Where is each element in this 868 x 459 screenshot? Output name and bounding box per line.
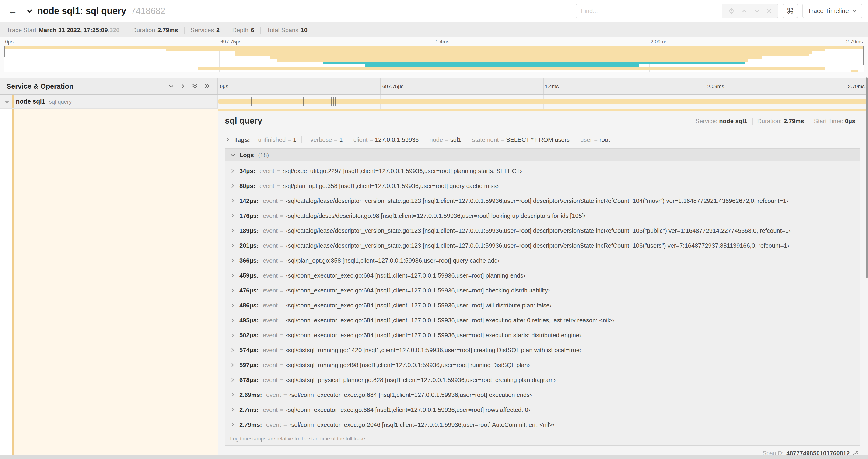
span-log-marker (325, 97, 325, 106)
log-field-key: event (263, 361, 278, 368)
tag-item[interactable]: statement=SELECT * FROM users (466, 136, 575, 143)
locate-icon[interactable] (728, 8, 735, 14)
tag-item[interactable]: _verbose=1 (302, 136, 348, 143)
find-prev-icon[interactable] (742, 8, 747, 14)
span-log-marker (226, 97, 226, 106)
trace-info-item: Trace StartMarch 31 2022, 17:25:09.326 (6, 26, 126, 33)
timeline-tick-label: 1.4ms (434, 39, 450, 44)
log-row[interactable]: 2.69ms: event = ‹sql/conn_executor_exec.… (225, 387, 860, 402)
detail-left-column (0, 109, 218, 455)
back-button[interactable]: ← (6, 4, 20, 18)
trace-info-item: Depth6 (226, 26, 260, 33)
chevron-right-icon (230, 422, 235, 427)
chevron-right-icon (230, 407, 235, 412)
span-name-cell[interactable]: node sql1 sql query (0, 95, 218, 109)
log-row[interactable]: 176μs: event = ‹sql/catalog/descs/descri… (225, 208, 860, 223)
tag-item[interactable]: user=root (575, 136, 615, 143)
log-field-key: event (263, 317, 278, 324)
chevron-right-icon (230, 258, 235, 263)
log-row[interactable]: 201μs: event = ‹sql/catalog/lease/descri… (225, 238, 860, 253)
log-row[interactable]: 2.7ms: event = ‹sql/conn_executor_exec.g… (225, 402, 860, 417)
log-timestamp: 142μs: (239, 197, 258, 204)
log-timestamp: 476μs: (239, 287, 258, 294)
trace-info-items: Trace StartMarch 31 2022, 17:25:09.326Du… (6, 26, 314, 33)
log-row[interactable]: 678μs: event = ‹sql/distsql_physical_pla… (225, 372, 860, 387)
log-row[interactable]: 34μs: event = ‹sql/exec_util.go:2297 [ns… (225, 163, 860, 178)
minimap-span-bar (270, 57, 762, 59)
trace-info-bar: Trace StartMarch 31 2022, 17:25:09.326Du… (0, 22, 868, 37)
log-row[interactable]: 2.79ms: event = ‹sql/conn_executor_exec.… (225, 417, 860, 432)
trace-page: ← node sql1: sql query 7418682 (0, 0, 868, 459)
timeline-tick-label: 2.09ms (706, 83, 724, 89)
trace-id: 7418682 (131, 6, 165, 16)
span-collapse-chevron-icon[interactable] (4, 99, 10, 104)
find-clear-icon[interactable] (767, 8, 772, 13)
log-row[interactable]: 142μs: event = ‹sql/catalog/lease/descri… (225, 193, 860, 208)
tag-item[interactable]: node=sql1 (424, 136, 467, 143)
top-bar-actions: ⌘ Trace Timeline (576, 4, 862, 18)
collapse-trace-chevron-icon[interactable] (26, 7, 33, 14)
vertical-scrollbar[interactable] (866, 77, 868, 278)
minimap-span-bar (323, 62, 745, 64)
log-row[interactable]: 486μs: event = ‹sql/conn_executor_exec.g… (225, 298, 860, 313)
logs-header[interactable]: Logs (18) (225, 149, 860, 161)
log-field-key: event (263, 257, 278, 264)
minimap-tick-labels: 0μs697.75μs1.4ms2.09ms2.79ms (4, 38, 864, 46)
deep-link-icon[interactable] (852, 450, 859, 455)
log-timestamp: 201μs: (239, 242, 258, 249)
chevron-right-icon (230, 273, 235, 278)
log-row[interactable]: 597μs: event = ‹sql/distsql_running.go:4… (225, 357, 860, 372)
top-bar: ← node sql1: sql query 7418682 (0, 0, 868, 22)
log-field-value: ‹sql/distsql_running.go:498 [nsql1,clien… (286, 361, 530, 368)
find-next-icon[interactable] (754, 8, 760, 14)
chevron-right-icon (230, 243, 235, 248)
span-log-marker (331, 97, 332, 106)
minimap-span-bar (365, 64, 639, 67)
chevron-right-icon (230, 318, 235, 323)
span-detail-panel: sql query Service: node sql1Duration: 2.… (218, 109, 868, 455)
keyboard-shortcuts-button[interactable]: ⌘ (783, 4, 798, 18)
log-timestamp: 34μs: (239, 167, 255, 174)
tag-item[interactable]: client=127.0.0.1:59936 (348, 136, 424, 143)
tags-row[interactable]: Tags: _unfinished=1_verbose=1client=127.… (225, 136, 860, 143)
chevron-right-icon (230, 362, 235, 367)
chevron-right-icon (225, 137, 230, 142)
collapse-all-icon[interactable] (192, 83, 198, 89)
tag-item[interactable]: _unfinished=1 (254, 136, 302, 143)
detail-meta-item: Service: node sql1 (695, 118, 752, 125)
log-field-key: event (263, 287, 278, 294)
span-log-marker (237, 97, 237, 106)
log-row[interactable]: 574μs: event = ‹sql/distsql_running.go:1… (225, 342, 860, 357)
minimap-span-bar (236, 54, 809, 57)
expand-one-icon[interactable] (180, 83, 186, 89)
log-row[interactable]: 476μs: event = ‹sql/conn_executor_exec.g… (225, 283, 860, 298)
expand-all-icon[interactable] (204, 83, 210, 89)
minimap-left-scrubber[interactable] (4, 46, 5, 57)
log-row[interactable]: 502μs: event = ‹sql/conn_executor_exec.g… (225, 327, 860, 342)
span-duration-bar[interactable] (218, 99, 868, 104)
detail-operation-title: sql query (225, 116, 262, 126)
log-field-key: event (259, 167, 274, 174)
minimap-span-bar (277, 59, 748, 62)
log-row[interactable]: 459μs: event = ‹sql/conn_executor_exec.g… (225, 268, 860, 283)
minimap-canvas[interactable] (4, 46, 864, 72)
column-resize-grip[interactable] (213, 88, 216, 93)
minimap-right-scrubber[interactable] (863, 46, 864, 65)
span-detail-row: sql query Service: node sql1Duration: 2.… (0, 109, 868, 455)
log-row[interactable]: 366μs: event = ‹sql/plan_opt.go:358 [nsq… (225, 253, 860, 268)
find-input[interactable] (576, 4, 722, 18)
chevron-right-icon (230, 302, 235, 308)
log-timestamp: 2.7ms: (239, 406, 258, 413)
log-rows: 34μs: event = ‹sql/exec_util.go:2297 [ns… (225, 161, 860, 432)
log-timestamp: 495μs: (239, 317, 258, 324)
log-row[interactable]: 189μs: event = ‹sql/catalog/lease/descri… (225, 223, 860, 238)
log-field-value: ‹sql/distsql_running.go:1420 [nsql1,clie… (286, 346, 582, 353)
detail-header[interactable]: sql query Service: node sql1Duration: 2.… (225, 116, 860, 126)
log-field-key: event (263, 197, 278, 204)
collapse-one-icon[interactable] (168, 83, 174, 89)
log-row[interactable]: 80μs: event = ‹sql/plan_opt.go:358 [nsql… (225, 178, 860, 193)
span-bar-cell[interactable] (218, 95, 868, 109)
span-log-marker (262, 97, 262, 106)
trace-view-selector-button[interactable]: Trace Timeline (802, 4, 862, 18)
log-row[interactable]: 495μs: event = ‹sql/conn_executor_exec.g… (225, 313, 860, 327)
